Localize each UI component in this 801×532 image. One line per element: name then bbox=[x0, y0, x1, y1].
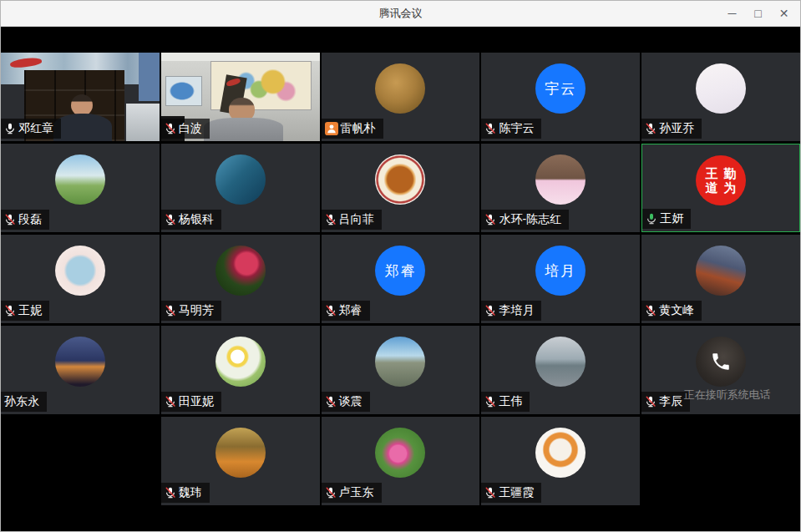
avatar-pets-love-collage bbox=[535, 155, 586, 205]
participant-name: 李培月 bbox=[499, 303, 534, 318]
participant-name-label: 王疆霞 bbox=[481, 483, 541, 503]
participant-tile-谈震[interactable]: 谈震 bbox=[322, 326, 480, 414]
participant-tile-陈宇云[interactable]: 宇云 陈宇云 bbox=[481, 53, 640, 141]
participant-name-label: 孙东永 bbox=[1, 392, 47, 412]
person-body bbox=[53, 114, 112, 141]
mic-muted-icon bbox=[645, 123, 657, 134]
mic-muted-icon bbox=[645, 305, 657, 317]
mic-muted-icon bbox=[484, 305, 496, 317]
mic-speaking-icon bbox=[646, 213, 657, 225]
participant-tile-卢玉东[interactable]: 卢玉东 bbox=[322, 417, 480, 505]
mic-muted-icon bbox=[165, 305, 176, 317]
participant-tile-马明芳[interactable]: 马明芳 bbox=[161, 235, 320, 323]
participant-tile-孙东永[interactable]: 孙东永 bbox=[1, 326, 160, 414]
participant-name: 白波 bbox=[179, 121, 202, 136]
mic-muted-icon bbox=[165, 396, 176, 408]
participant-name-label: 雷帆朴 bbox=[322, 119, 383, 139]
avatar-white-rabbit-sketch bbox=[696, 63, 746, 114]
participant-name: 陈宇云 bbox=[499, 121, 534, 136]
participant-name: 王妮 bbox=[18, 303, 42, 318]
participant-tile-孙亚乔[interactable]: 孙亚乔 bbox=[641, 53, 800, 141]
mic-muted-icon bbox=[325, 305, 337, 317]
seal-character: 为 bbox=[724, 181, 737, 195]
participant-name-label: 魏玮 bbox=[161, 483, 210, 503]
avatar-phone-call bbox=[696, 337, 746, 387]
mic-muted-icon bbox=[645, 396, 657, 408]
participant-name: 杨银科 bbox=[179, 212, 214, 227]
participant-tile-李培月[interactable]: 培月 李培月 bbox=[481, 235, 640, 323]
cabinet bbox=[126, 104, 160, 141]
participant-name-label: 黄文峰 bbox=[641, 301, 702, 321]
avatar-shark-ocean bbox=[215, 155, 266, 205]
participant-name-label: 王妮 bbox=[1, 301, 49, 321]
avatar-open-road-sky bbox=[375, 337, 425, 387]
participant-name: 孙东永 bbox=[4, 394, 39, 409]
mic-muted-icon bbox=[4, 214, 16, 225]
mic-muted-icon bbox=[325, 214, 337, 225]
participant-name-label: 郑睿 bbox=[322, 301, 370, 321]
close-button[interactable]: ✕ bbox=[771, 1, 797, 26]
mic-muted-icon bbox=[484, 123, 496, 134]
call-status-text: 正在接听系统电话 bbox=[684, 388, 771, 403]
world-map bbox=[165, 76, 202, 106]
person-body bbox=[204, 118, 283, 141]
mic-muted-icon bbox=[165, 123, 176, 134]
avatar-red-ship-dusk bbox=[696, 246, 746, 296]
participant-name: 水环-陈志红 bbox=[499, 212, 561, 227]
participant-tile-白波[interactable]: 白波 bbox=[161, 53, 320, 141]
participant-tile-田亚妮[interactable]: 田亚妮 bbox=[161, 326, 320, 414]
participant-name-label: 吕向菲 bbox=[322, 210, 382, 230]
participant-name-label: 水环-陈志红 bbox=[481, 210, 569, 230]
participant-name-label: 李培月 bbox=[481, 301, 541, 321]
participant-tile-黄文峰[interactable]: 黄文峰 bbox=[641, 235, 800, 323]
participant-name-label: 段磊 bbox=[1, 210, 49, 230]
participant-tile-段磊[interactable]: 段磊 bbox=[1, 144, 160, 232]
participant-tile-雷帆朴[interactable]: 雷帆朴 bbox=[322, 53, 480, 141]
participant-tile-吕向菲[interactable]: 吕向菲 bbox=[322, 144, 480, 232]
mic-muted-icon bbox=[325, 487, 337, 499]
avatar-man-on-beach bbox=[535, 337, 586, 387]
minimize-button[interactable]: ─ bbox=[719, 1, 745, 26]
participant-name: 郑睿 bbox=[339, 303, 362, 318]
avatar-initials: 培月 bbox=[535, 246, 586, 296]
ceiling bbox=[161, 53, 320, 61]
avatar-seal: 王勤道为 bbox=[696, 155, 746, 205]
participant-tile-郑睿[interactable]: 郑睿 郑睿 bbox=[322, 235, 480, 323]
participant-name: 王伟 bbox=[499, 394, 522, 409]
participant-name-label: 马明芳 bbox=[161, 301, 221, 321]
window-curtain bbox=[139, 53, 160, 101]
avatar-initials: 郑睿 bbox=[375, 246, 425, 296]
participant-name-label: 王妍 bbox=[642, 209, 691, 229]
participant-tile-李辰[interactable]: 李辰 正在接听系统电话 bbox=[641, 326, 800, 414]
participant-name-label: 陈宇云 bbox=[481, 119, 541, 139]
phone-user-icon bbox=[325, 122, 338, 135]
avatar-initials: 宇云 bbox=[535, 63, 586, 114]
avatar-desert-badge bbox=[375, 155, 425, 205]
participant-name: 田亚妮 bbox=[179, 394, 214, 409]
window-titlebar: 腾讯会议 ─ □ ✕ bbox=[1, 1, 800, 27]
participant-name: 王疆霞 bbox=[499, 485, 534, 500]
mic-muted-icon bbox=[165, 214, 176, 225]
maximize-button[interactable]: □ bbox=[745, 1, 771, 26]
mic-muted-icon bbox=[484, 214, 496, 225]
participant-tile-王妮[interactable]: 王妮 bbox=[1, 235, 160, 323]
participant-name-label: 王伟 bbox=[481, 392, 530, 412]
seal-character: 勤 bbox=[724, 167, 737, 180]
participant-name: 雷帆朴 bbox=[341, 121, 376, 136]
participant-tile-王伟[interactable]: 王伟 bbox=[481, 326, 640, 414]
participant-name: 王妍 bbox=[660, 211, 683, 226]
participant-tile-水环-陈志红[interactable]: 水环-陈志红 bbox=[481, 144, 640, 232]
participant-name-label: 谈震 bbox=[322, 392, 370, 412]
participant-tile-王疆霞[interactable]: 王疆霞 bbox=[481, 417, 640, 505]
participant-name-label: 李辰 bbox=[641, 392, 690, 412]
participant-name-label: 邓红章 bbox=[1, 119, 61, 139]
avatar-tiger-cartoon bbox=[535, 428, 586, 478]
participant-tile-杨银科[interactable]: 杨银科 bbox=[161, 144, 320, 232]
participant-tile-魏玮[interactable]: 魏玮 bbox=[161, 417, 320, 505]
window-title: 腾讯会议 bbox=[379, 6, 423, 21]
avatar-red-tulips bbox=[215, 246, 266, 296]
participant-tile-邓红章[interactable]: 邓红章 bbox=[1, 53, 160, 141]
avatar-night-coast-city bbox=[55, 337, 105, 387]
seal-character: 王 bbox=[706, 167, 718, 180]
participant-tile-王妍[interactable]: 王勤道为 王妍 bbox=[641, 144, 800, 232]
